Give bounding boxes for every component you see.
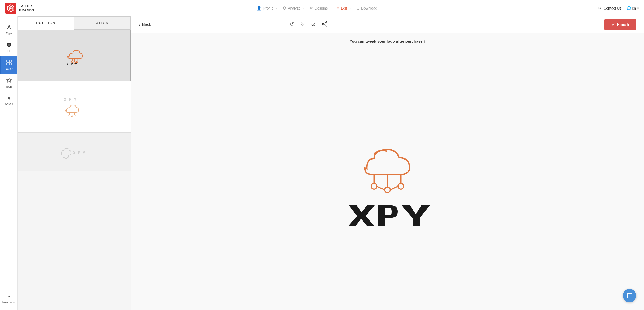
- download-icon: ⊙: [356, 6, 360, 11]
- sidebar-item-layout[interactable]: Layout: [0, 56, 17, 74]
- canvas-notice: You can tweak your logo after purchase ℹ: [131, 33, 644, 46]
- svg-point-33: [326, 25, 327, 26]
- language-selector[interactable]: 🌐 en ▾: [626, 6, 639, 10]
- svg-point-31: [326, 22, 327, 23]
- back-chevron-icon: ‹: [139, 22, 140, 27]
- sidebar-item-color[interactable]: Color: [0, 39, 17, 56]
- toolbar-icons: ↺ ♡ ⊙: [290, 21, 327, 28]
- color-icon: [6, 42, 12, 49]
- nav-right: ✉ Contact Us 🌐 en ▾: [577, 6, 639, 10]
- heart-sidebar-icon: ♥: [7, 95, 11, 101]
- back-button[interactable]: ‹ Back: [139, 22, 151, 27]
- layout-preview-2-icon: XPY: [60, 95, 88, 118]
- envelope-icon: ✉: [598, 6, 601, 10]
- sidebar-item-saved[interactable]: ♥ Saved: [0, 92, 17, 109]
- nav-step-download[interactable]: ⊙ Download: [354, 5, 379, 12]
- chevron-icon-3: ›: [330, 7, 331, 10]
- svg-point-23: [74, 115, 75, 116]
- layout-preview-3-icon: XPY: [59, 143, 90, 161]
- share-button[interactable]: [322, 21, 327, 28]
- svg-point-32: [322, 23, 323, 25]
- brand-name: TAILOR BRANDS: [19, 4, 34, 12]
- contact-us-button[interactable]: ✉ Contact Us: [598, 6, 621, 10]
- top-nav: TAILOR BRANDS 👤 Profile › ⚙ Analyze › ✏ …: [0, 0, 644, 16]
- edit-icon: ≡: [337, 6, 339, 11]
- chevron-icon-2: ›: [303, 7, 304, 10]
- svg-marker-8: [7, 78, 11, 82]
- info-icon: ℹ: [424, 39, 425, 43]
- checkmark-icon: ✓: [612, 22, 615, 27]
- svg-point-39: [371, 183, 377, 189]
- chevron-icon-4: ›: [350, 7, 351, 10]
- chat-button[interactable]: [623, 289, 636, 302]
- panel-tabs: POSITION ALIGN: [18, 16, 131, 30]
- tab-align[interactable]: ALIGN: [74, 16, 131, 30]
- globe-icon: 🌐: [626, 6, 631, 10]
- layout-option-2[interactable]: XPY: [18, 81, 131, 133]
- history-button[interactable]: ⊙: [311, 21, 316, 28]
- svg-rect-6: [7, 63, 9, 65]
- sidebar-item-new-logo[interactable]: New Logo: [0, 290, 17, 307]
- svg-rect-4: [7, 60, 9, 62]
- svg-point-27: [63, 157, 64, 158]
- new-logo-icon: [6, 294, 11, 300]
- svg-text:XPY: XPY: [64, 97, 79, 102]
- svg-point-40: [385, 187, 390, 193]
- sidebar-item-type[interactable]: A Type: [0, 21, 17, 39]
- nav-steps: 👤 Profile › ⚙ Analyze › ✏ Designs › ≡ Ed…: [57, 5, 577, 12]
- sidebar-item-icon[interactable]: Icon: [0, 74, 17, 92]
- panel: POSITION ALIGN: [18, 16, 131, 310]
- svg-rect-7: [9, 63, 11, 65]
- type-icon: A: [7, 24, 11, 31]
- svg-text:XPY: XPY: [73, 150, 88, 155]
- svg-line-34: [323, 23, 326, 24]
- lang-chevron-icon: ▾: [637, 6, 639, 10]
- brand-logo[interactable]: TAILOR BRANDS: [5, 3, 57, 14]
- svg-text:XPY: XPY: [66, 62, 79, 66]
- svg-line-42: [377, 186, 385, 190]
- nav-step-analyze[interactable]: ⚙ Analyze ›: [281, 5, 306, 12]
- svg-point-29: [68, 157, 69, 158]
- canvas-area: ‹ Back ↺ ♡ ⊙ ✓ Finish You can tweak your…: [131, 16, 644, 310]
- svg-point-22: [71, 116, 73, 117]
- svg-point-3: [8, 44, 10, 46]
- canvas-toolbar: ‹ Back ↺ ♡ ⊙ ✓ Finish: [131, 16, 644, 33]
- nav-step-edit[interactable]: ≡ Edit ›: [335, 5, 353, 12]
- favorite-button[interactable]: ♡: [300, 21, 305, 28]
- main-logo-text-svg: [344, 203, 431, 226]
- svg-point-21: [69, 115, 70, 116]
- profile-icon: 👤: [257, 6, 262, 11]
- nav-step-profile[interactable]: 👤 Profile ›: [255, 5, 279, 12]
- svg-point-41: [398, 183, 404, 189]
- svg-line-35: [323, 24, 326, 25]
- svg-point-28: [66, 158, 67, 159]
- chevron-icon: ›: [276, 7, 277, 10]
- layout-icon: [6, 60, 12, 66]
- analyze-icon: ⚙: [283, 6, 286, 11]
- chat-icon: [626, 293, 633, 299]
- icon-icon: [6, 78, 12, 84]
- nav-step-designs[interactable]: ✏ Designs ›: [308, 5, 333, 12]
- canvas-content: [131, 46, 644, 310]
- sidebar-icons: A Type Color Layout Icon ♥ Saved: [0, 16, 18, 310]
- main-layout: A Type Color Layout Icon ♥ Saved: [0, 16, 644, 310]
- main-logo-svg: [346, 131, 429, 198]
- brand-logo-icon: [5, 3, 16, 14]
- svg-line-43: [390, 186, 398, 190]
- undo-button[interactable]: ↺: [290, 21, 294, 28]
- svg-rect-9: [7, 298, 11, 298]
- main-logo-display: [344, 131, 431, 226]
- svg-rect-5: [9, 60, 11, 62]
- layout-option-1[interactable]: XPY: [18, 30, 131, 81]
- tab-position[interactable]: POSITION: [18, 16, 74, 30]
- layout-option-3[interactable]: XPY: [18, 133, 131, 171]
- designs-icon: ✏: [310, 6, 313, 11]
- finish-button[interactable]: ✓ Finish: [604, 19, 636, 30]
- svg-point-1: [10, 7, 12, 9]
- layout-preview-1-icon: XPY: [61, 45, 87, 66]
